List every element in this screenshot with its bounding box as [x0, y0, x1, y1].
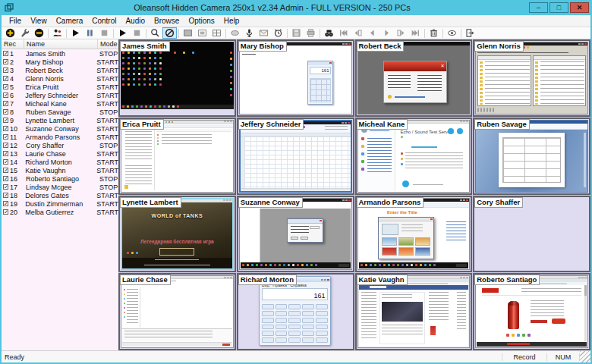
- hide-button[interactable]: [228, 27, 242, 39]
- send-email-button[interactable]: [257, 27, 271, 39]
- print-button[interactable]: [304, 27, 318, 39]
- list-row-5[interactable]: ✓5Erica PruittSTART: [2, 83, 118, 91]
- menu-item-control[interactable]: Control: [87, 16, 121, 26]
- camera-cell-roberto-santiago[interactable]: Roberto Santiago: [473, 273, 590, 350]
- camera-cell-armando-parsons[interactable]: Enter the Title Armand: [355, 196, 473, 273]
- record-checkbox[interactable]: ✓: [3, 168, 8, 173]
- frame-back-button[interactable]: [351, 27, 365, 39]
- save-button[interactable]: [289, 27, 304, 39]
- record-checkbox[interactable]: ✓: [3, 76, 8, 81]
- camera-cell-james-smith[interactable]: James Smith: [118, 39, 236, 117]
- record-checkbox[interactable]: ✓: [3, 126, 8, 131]
- camera-cell-jeffery-schneider[interactable]: Jeffery Schneider: [237, 118, 354, 195]
- record-checkbox[interactable]: ✓: [3, 184, 8, 190]
- list-row-3[interactable]: ✓3Robert BeckSTART: [2, 66, 118, 74]
- record-checkbox[interactable]: ✓: [3, 93, 8, 98]
- close-button[interactable]: ✕: [570, 2, 589, 13]
- microphone-button[interactable]: [242, 27, 257, 39]
- list-row-7[interactable]: ✓7Micheal KaneSTART: [2, 99, 118, 108]
- menu-item-audio[interactable]: Audio: [121, 16, 150, 26]
- minimize-button[interactable]: –: [529, 2, 548, 13]
- view-grid-button[interactable]: [209, 27, 224, 39]
- list-row-16[interactable]: ✓16Roberto SantiagoSTOP: [2, 174, 118, 183]
- menu-item-browse[interactable]: Browse: [150, 16, 184, 26]
- menu-item-file[interactable]: File: [5, 16, 26, 26]
- list-row-2[interactable]: ✓2Mary BishopSTART: [2, 58, 118, 66]
- record-checkbox[interactable]: ✓: [3, 209, 8, 215]
- menu-item-options[interactable]: Options: [184, 16, 219, 26]
- list-row-11[interactable]: ✓11Armando ParsonsSTART: [2, 133, 118, 141]
- list-row-4[interactable]: ✓4Glenn NorrisSTART: [2, 74, 118, 83]
- record-checkbox[interactable]: ✓: [3, 84, 8, 89]
- camera-cell-cory-shaffer[interactable]: Cory Shaffer: [473, 196, 590, 273]
- list-row-12[interactable]: ✓12Cory ShafferSTOP: [2, 141, 118, 149]
- record-checkbox[interactable]: ✓: [3, 159, 8, 165]
- pause-button[interactable]: [83, 27, 97, 39]
- scheduler-button[interactable]: [271, 27, 285, 39]
- record-checkbox[interactable]: ✓: [3, 118, 8, 123]
- play-records-button[interactable]: [115, 27, 130, 39]
- stop-button[interactable]: [97, 27, 112, 39]
- settings-wrench-button[interactable]: [17, 27, 32, 39]
- monitoring-toggle-button[interactable]: [162, 27, 177, 39]
- list-row-8[interactable]: ✓8Ruben SavageSTOP: [2, 108, 118, 116]
- camera-cell-robert-beck[interactable]: ✕ Robert Beck: [355, 39, 473, 117]
- camera-cell-erica-pruitt[interactable]: Erica Pruitt: [118, 118, 236, 195]
- maximize-button[interactable]: □: [549, 2, 568, 13]
- go-first-button[interactable]: [336, 27, 351, 39]
- list-row-18[interactable]: ✓18Delores GatesSTART: [2, 191, 118, 199]
- list-row-6[interactable]: ✓6Jeffery SchneiderSTART: [2, 91, 118, 99]
- record-checkbox[interactable]: ✓: [3, 51, 8, 56]
- list-row-15[interactable]: ✓15Katie VaughnSTART: [2, 166, 118, 174]
- menu-item-view[interactable]: View: [26, 16, 52, 26]
- record-checkbox[interactable]: ✓: [3, 176, 8, 181]
- record-checkbox[interactable]: ✓: [3, 134, 8, 140]
- camera-cell-glenn-norris[interactable]: Glenn Norris: [473, 39, 590, 117]
- exit-button[interactable]: [463, 27, 477, 39]
- frame-forward-button[interactable]: [394, 27, 408, 39]
- camera-cell-katie-vaughn[interactable]: Katie Vaughn: [355, 273, 473, 350]
- record-checkbox[interactable]: ✓: [3, 143, 8, 148]
- record-checkbox[interactable]: ✓: [3, 101, 8, 106]
- column-header-rec[interactable]: Rec: [2, 39, 24, 49]
- delete-button[interactable]: [427, 27, 441, 39]
- record-checkbox[interactable]: ✓: [3, 151, 8, 156]
- list-row-17[interactable]: ✓17Lindsay McgeeSTOP: [2, 183, 118, 191]
- record-checkbox[interactable]: ✓: [3, 201, 8, 206]
- list-row-14[interactable]: ✓14Richard MortonSTART: [2, 158, 118, 166]
- view-full-button[interactable]: [181, 27, 195, 39]
- camera-cell-lynette-lambert[interactable]: WORLD of TANKS Легендарная бесплатная иг…: [118, 196, 236, 273]
- camera-cell-laurie-chase[interactable]: Laurie Chase: [118, 273, 236, 350]
- record-checkbox[interactable]: ✓: [3, 59, 8, 64]
- camera-cell-micheal-kane[interactable]: Echo / Sound Test Service Micheal Kane: [355, 118, 473, 195]
- view-single-button[interactable]: [195, 27, 209, 39]
- users-button[interactable]: [50, 27, 65, 39]
- camera-cell-ruben-savage[interactable]: Ruben Savage: [473, 118, 590, 195]
- menu-item-camera[interactable]: Camera: [52, 16, 88, 26]
- go-next-button[interactable]: [379, 27, 394, 39]
- list-row-1[interactable]: ✓1James SmithSTOP: [2, 49, 118, 58]
- list-row-13[interactable]: ✓13Laurie ChaseSTART: [2, 149, 118, 158]
- go-last-button[interactable]: [408, 27, 423, 39]
- camera-cell-suzanne-conway[interactable]: Suzanne Conway: [237, 196, 354, 273]
- list-row-10[interactable]: ✓10Suzanne ConwaySTART: [2, 124, 118, 133]
- record-checkbox[interactable]: ✓: [3, 67, 8, 73]
- list-row-9[interactable]: ✓9Lynette LambertSTART: [2, 116, 118, 124]
- view-eye-button[interactable]: [445, 27, 459, 39]
- record-checkbox[interactable]: ✓: [3, 193, 8, 198]
- list-row-19[interactable]: ✓19Dustin ZimmermanSTART: [2, 199, 118, 208]
- camera-cell-richard-morton[interactable]: Вид Правка Справка 161 Richard Morton: [237, 273, 354, 350]
- menu-item-help[interactable]: Help: [219, 16, 244, 26]
- resize-grip[interactable]: [580, 351, 590, 362]
- play-button[interactable]: [68, 27, 83, 39]
- column-header-name[interactable]: Name: [24, 39, 98, 49]
- camera-cell-mary-bishop[interactable]: 161 Mary Bishop: [237, 39, 354, 117]
- remove-camera-button[interactable]: [32, 27, 46, 39]
- go-previous-button[interactable]: [365, 27, 379, 39]
- zoom-button[interactable]: [148, 27, 162, 39]
- add-camera-button[interactable]: [3, 27, 17, 39]
- search-records-button[interactable]: [322, 27, 336, 39]
- record-checkbox[interactable]: ✓: [3, 109, 8, 115]
- stop-records-button[interactable]: [130, 27, 144, 39]
- column-header-mode[interactable]: Mode: [98, 39, 118, 49]
